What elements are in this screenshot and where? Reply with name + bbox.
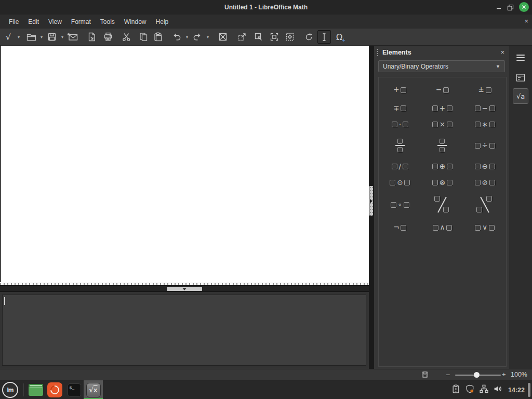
element-plus[interactable]: + xyxy=(379,79,421,100)
undo-button[interactable] xyxy=(170,30,183,44)
restore-button[interactable] xyxy=(505,2,515,12)
libreoffice-math-window: Untitled 1 - LibreOffice Math FileEditVi… xyxy=(0,0,532,399)
menu-file[interactable]: File xyxy=(4,16,23,28)
menubar-items: FileEditViewFormatToolsWindowHelp xyxy=(0,16,173,28)
zoomin-icon xyxy=(237,32,247,42)
tab-properties[interactable] xyxy=(513,70,528,85)
undo-dropdown[interactable]: ▾ xyxy=(183,30,191,44)
taskbar-files[interactable] xyxy=(26,380,45,399)
update-icon xyxy=(285,32,295,42)
element-fraction[interactable] xyxy=(379,132,421,158)
zoom-in-button[interactable] xyxy=(235,30,249,44)
vertical-splitter-handle[interactable] xyxy=(369,186,373,216)
taskbar-launchers: $_√x xyxy=(26,380,103,399)
element-circled-dot[interactable]: ⊙ xyxy=(379,175,421,191)
sidebar-settings-button[interactable] xyxy=(513,50,528,65)
redo-button[interactable] xyxy=(191,30,204,44)
minimize-button[interactable] xyxy=(494,2,504,12)
show-all-button[interactable] xyxy=(268,30,281,44)
redo-dropdown[interactable]: ▾ xyxy=(204,30,211,44)
zoom-in-control[interactable]: + xyxy=(502,370,506,378)
save-dropdown[interactable]: ▾ xyxy=(59,30,66,44)
open-dropdown[interactable]: ▾ xyxy=(38,30,45,44)
email-button[interactable] xyxy=(66,30,79,44)
paste-button[interactable] xyxy=(151,30,165,44)
menu-edit[interactable]: Edit xyxy=(23,16,44,28)
menu-window[interactable]: Window xyxy=(119,16,151,28)
formula-preview-canvas[interactable] xyxy=(0,46,369,282)
horizontal-splitter[interactable] xyxy=(0,285,369,292)
sqrt-icon: √ xyxy=(6,32,11,42)
new-formula-button[interactable]: √ xyxy=(2,30,15,44)
sqrt-a-icon: √a xyxy=(516,92,525,100)
close-panel-icon[interactable]: × xyxy=(500,48,504,56)
files-icon xyxy=(29,384,43,396)
menu-tools[interactable]: Tools xyxy=(96,16,119,28)
clock[interactable]: 14:22 xyxy=(508,387,525,394)
open-button[interactable] xyxy=(24,30,38,44)
tray-network[interactable] xyxy=(479,385,488,395)
element-plus-minus[interactable]: ± xyxy=(463,79,506,100)
element-minus[interactable]: − xyxy=(421,79,464,100)
mint-menu-button[interactable]: lm xyxy=(2,382,18,398)
element-division-fraction[interactable] xyxy=(421,132,464,158)
update-button[interactable] xyxy=(283,30,297,44)
zoom-100-button[interactable] xyxy=(216,30,230,44)
element-or[interactable]: ∨ xyxy=(463,219,506,236)
element-mult-cross[interactable]: × xyxy=(421,116,464,132)
save-button[interactable] xyxy=(45,30,59,44)
zoom-out-control[interactable]: − xyxy=(446,370,450,379)
panel-grip-icon[interactable] xyxy=(377,48,378,56)
titlebar[interactable]: Untitled 1 - LibreOffice Math xyxy=(0,0,532,15)
menu-help[interactable]: Help xyxy=(151,16,174,28)
tray-firewall[interactable] xyxy=(465,385,474,395)
element-mult-asterisk[interactable]: ∗ xyxy=(463,116,506,132)
formula-command-input[interactable] xyxy=(2,295,366,366)
zoom-slider-thumb[interactable] xyxy=(474,372,480,378)
export-pdf-button[interactable] xyxy=(85,30,98,44)
zoom-out-button[interactable] xyxy=(251,30,265,44)
element-minus-plus[interactable]: ∓ xyxy=(379,100,421,116)
element-circled-times[interactable]: ⊗ xyxy=(421,175,464,191)
element-mult-dot[interactable]: ⋅ xyxy=(379,116,421,132)
shield-icon xyxy=(466,384,474,395)
element-division-slash[interactable]: / xyxy=(379,158,421,175)
element-subtraction-minus[interactable]: − xyxy=(463,100,506,116)
tray-volume[interactable] xyxy=(493,385,502,395)
symbols-button[interactable]: Ω+ xyxy=(332,30,346,44)
formula-cursor-button[interactable] xyxy=(317,30,331,44)
element-and[interactable]: ∧ xyxy=(421,219,464,236)
element-circled-slash[interactable]: ⊘ xyxy=(463,175,506,191)
vertical-splitter[interactable] xyxy=(369,46,374,369)
new-formula-dropdown[interactable]: ▾ xyxy=(15,30,22,44)
element-addition-plus[interactable]: + xyxy=(421,100,464,116)
taskbar-firefox[interactable] xyxy=(45,380,64,399)
volume-icon xyxy=(493,384,502,395)
horizontal-splitter-handle[interactable] xyxy=(167,287,202,291)
print-button[interactable] xyxy=(101,30,115,44)
show-desktop-button[interactable] xyxy=(528,383,530,397)
element-widebslash[interactable] xyxy=(463,191,506,219)
tab-elements[interactable]: √a xyxy=(513,88,528,104)
element-circled-plus[interactable]: ⊕ xyxy=(421,158,464,175)
folder-icon xyxy=(26,33,36,42)
element-not[interactable]: ¬ xyxy=(379,219,421,236)
menu-view[interactable]: View xyxy=(44,16,66,28)
redraw-button[interactable] xyxy=(302,30,315,44)
close-window-button[interactable] xyxy=(519,2,529,12)
element-division-sign[interactable]: ÷ xyxy=(463,132,506,158)
taskbar-terminal[interactable]: $_ xyxy=(64,380,84,399)
copy-button[interactable] xyxy=(137,30,150,44)
cut-button[interactable] xyxy=(119,30,133,44)
taskbar-libreoffice-math[interactable]: √x xyxy=(84,380,103,399)
element-circled-minus[interactable]: ⊖ xyxy=(463,158,506,175)
command-window xyxy=(0,292,369,369)
zoom-slider[interactable] xyxy=(455,375,501,376)
element-wideslash[interactable] xyxy=(421,191,464,219)
close-document-icon[interactable]: × xyxy=(524,18,528,25)
element-composition[interactable]: ∘ xyxy=(379,191,421,219)
menu-format[interactable]: Format xyxy=(66,16,96,28)
zoom-level[interactable]: 100% xyxy=(511,371,527,378)
category-dropdown[interactable]: Unary/Binary Operators ▼ xyxy=(378,60,505,72)
tray-update-manager[interactable] xyxy=(451,385,460,395)
